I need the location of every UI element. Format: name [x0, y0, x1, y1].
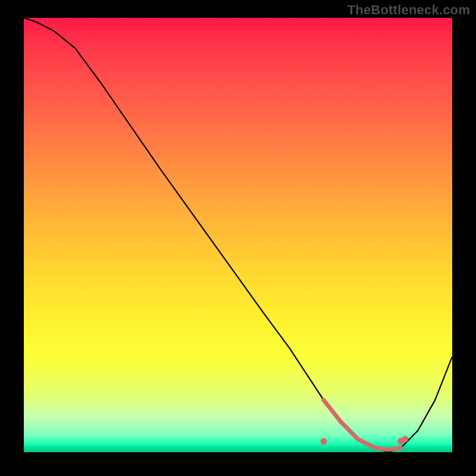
chart-frame: TheBottleneck.com: [0, 0, 476, 476]
optimal-range-dot: [321, 438, 327, 444]
curve-layer: [24, 18, 452, 452]
plot-area: [24, 18, 452, 452]
optimal-range-ribbon: [324, 400, 401, 449]
optimal-range-dot: [402, 436, 408, 443]
bottleneck-curve: [24, 18, 452, 452]
watermark-text: TheBottleneck.com: [347, 2, 470, 18]
